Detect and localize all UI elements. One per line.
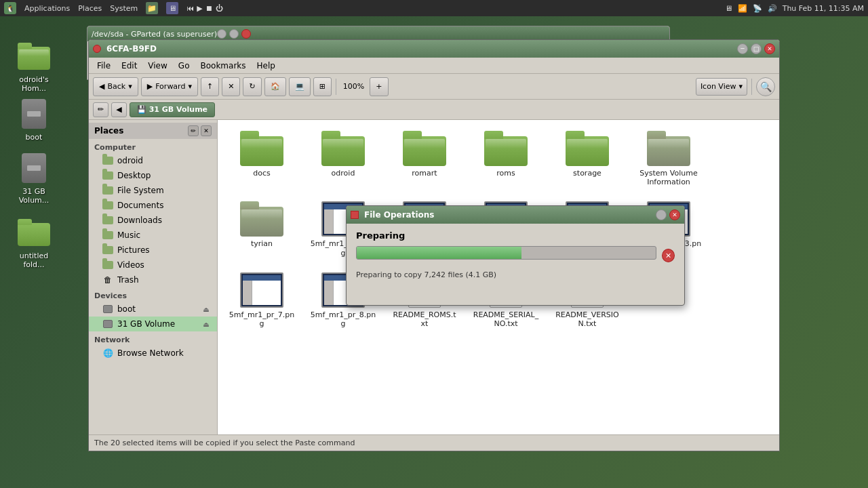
- sidebar-item-31gb[interactable]: 31 GB Volume ⏏: [89, 317, 217, 331]
- fm-statusbar: The 20 selected items will be copied if …: [89, 434, 779, 451]
- fm-window-controls: ─ □ ✕: [737, 43, 775, 54]
- forward-button[interactable]: ▶ Forward ▾: [141, 77, 198, 96]
- sidebar-item-trash[interactable]: 🗑 Trash: [89, 272, 217, 287]
- desktop-icon-home[interactable]: odroid's Hom...: [7, 37, 61, 96]
- home-button[interactable]: 🏠: [264, 77, 286, 96]
- file-item-romart[interactable]: romart: [387, 127, 462, 190]
- fm-titlebar: 6CFA-B9FD ─ □ ✕: [89, 40, 779, 58]
- menu-bookmarks[interactable]: Bookmarks: [195, 60, 251, 72]
- refresh-button[interactable]: ↻: [243, 77, 261, 96]
- dialog-close-btn[interactable]: ✕: [669, 209, 680, 220]
- progress-row: ✕: [356, 246, 675, 265]
- back-button[interactable]: ◀ Back ▾: [93, 77, 138, 96]
- view-selector[interactable]: Icon View ▾: [696, 78, 747, 96]
- file-item-docs[interactable]: docs: [224, 127, 299, 190]
- sidebar-label-pictures: Pictures: [117, 245, 150, 255]
- file-item-storage[interactable]: storage: [550, 127, 625, 190]
- location-back-btn[interactable]: ◀: [111, 102, 126, 117]
- split-icon: ⊞: [319, 82, 326, 91]
- location-edit-icon: ✏: [98, 105, 104, 114]
- fm-toolbar: ◀ Back ▾ ▶ Forward ▾ ↑ ✕ ↻ 🏠 💻 ⊞ 100%: [89, 74, 779, 100]
- menu-file[interactable]: File: [92, 60, 116, 72]
- zoom-in-btn[interactable]: +: [370, 77, 388, 96]
- sidebar-item-videos[interactable]: Videos: [89, 258, 217, 272]
- zoom-level: 100%: [340, 81, 367, 92]
- search-button[interactable]: 🔍: [756, 77, 775, 96]
- media-play[interactable]: ▶: [197, 4, 202, 13]
- gparted-close-btn[interactable]: [241, 29, 251, 39]
- storage-label: storage: [573, 169, 601, 178]
- up-button[interactable]: ↑: [201, 77, 219, 96]
- menu-edit[interactable]: Edit: [116, 60, 142, 72]
- back-label: Back: [107, 82, 125, 91]
- file-item-roms[interactable]: roms: [469, 127, 543, 190]
- dialog-minimize-btn[interactable]: [656, 209, 667, 220]
- fm-maximize-btn[interactable]: □: [751, 43, 762, 54]
- fm-close-btn[interactable]: ✕: [764, 43, 775, 54]
- dialog-titlebar: File Operations ✕: [347, 206, 684, 224]
- media-stop[interactable]: ⏹: [205, 4, 213, 13]
- refresh-icon: ↻: [249, 82, 255, 91]
- taskbar-system[interactable]: System: [110, 4, 138, 13]
- desktop-icon-untitled[interactable]: untitled fold...: [7, 214, 61, 272]
- volume-device-icon: [18, 152, 50, 184]
- sidebar-item-downloads[interactable]: Downloads: [89, 213, 217, 228]
- taskbar-places[interactable]: Places: [78, 4, 102, 13]
- gparted-title: /dev/sda - GParted (as superuser): [92, 30, 217, 39]
- dialog-status-text: Preparing to copy 7,242 files (4.1 GB): [356, 270, 496, 279]
- taskbar-screen-icon: 🖥: [725, 4, 732, 13]
- taskbar-app2-icon[interactable]: 🖥: [166, 2, 178, 14]
- file-item-odroid[interactable]: odroid: [306, 127, 380, 190]
- computer-button[interactable]: 💻: [289, 77, 311, 96]
- sidebar-item-browse-network[interactable]: 🌐 Browse Network: [89, 346, 217, 361]
- media-power[interactable]: ⏻: [216, 4, 223, 13]
- volume-eject-btn[interactable]: ⏏: [201, 319, 212, 329]
- desktop-icon-volume[interactable]: 31 GB Volum...: [7, 149, 61, 207]
- toolbar-separator: [336, 79, 336, 95]
- boot-eject-btn[interactable]: ⏏: [201, 304, 212, 314]
- fm-minimize-btn[interactable]: ─: [737, 43, 748, 54]
- location-back-icon: ◀: [116, 105, 121, 114]
- taskbar-media-controls: ⏮ ▶ ⏹ ⏻: [186, 4, 222, 13]
- sidebar-item-boot[interactable]: boot ⏏: [89, 302, 217, 317]
- desktop-icon-boot[interactable]: boot: [7, 95, 61, 144]
- sidebar-label-videos: Videos: [117, 260, 144, 270]
- sidebar-item-music[interactable]: Music: [89, 228, 217, 243]
- location-crumb[interactable]: 💾 31 GB Volume: [130, 102, 215, 117]
- readme-roms-label: README_ROMS.txt: [391, 310, 458, 328]
- gparted-maximize-btn[interactable]: [229, 29, 239, 39]
- taskbar-distro-icon[interactable]: 🐧: [4, 2, 16, 14]
- view-dropdown-icon: ▾: [738, 82, 743, 91]
- dialog-titlebar-content: File Operations: [351, 210, 434, 220]
- media-rewind[interactable]: ⏮: [186, 4, 194, 13]
- untitled-folder-icon: [18, 216, 50, 249]
- sidebar-label-desktop: Desktop: [117, 171, 151, 180]
- desktop-icon-boot-label: boot: [26, 133, 43, 142]
- file-ops-dialog: File Operations ✕ Preparing ✕ Preparing …: [346, 205, 685, 306]
- sidebar-close-btn[interactable]: ✕: [201, 125, 212, 136]
- desktop-icon-untitled-label: untitled fold...: [9, 251, 58, 269]
- location-edit-btn[interactable]: ✏: [93, 102, 108, 117]
- menu-help[interactable]: Help: [252, 60, 281, 72]
- dialog-cancel-btn[interactable]: ✕: [662, 249, 675, 262]
- file-item-tyrian[interactable]: tyrian: [224, 197, 299, 261]
- menu-view[interactable]: View: [142, 60, 172, 72]
- sidebar-edit-btn[interactable]: ✏: [188, 125, 199, 136]
- sidebar-item-documents[interactable]: Documents: [89, 198, 217, 213]
- romart-label: romart: [412, 169, 437, 178]
- filesystem-folder-icon: [102, 185, 113, 196]
- sidebar-item-odroid[interactable]: odroid: [89, 153, 217, 168]
- stop-button[interactable]: ✕: [222, 77, 240, 96]
- file-item-sysvolinfo[interactable]: System Volume Information: [631, 127, 706, 190]
- split-button[interactable]: ⊞: [313, 77, 332, 96]
- sidebar-item-desktop[interactable]: Desktop: [89, 168, 217, 183]
- taskbar-applications[interactable]: Applications: [24, 4, 70, 13]
- sidebar-item-filesystem[interactable]: File System: [89, 183, 217, 198]
- file-item-5mf7[interactable]: 5mf_mr1_pr_7.png: [224, 268, 299, 332]
- gparted-minimize-btn[interactable]: [217, 29, 226, 39]
- boot-device-icon: [18, 98, 50, 130]
- sidebar-item-pictures[interactable]: Pictures: [89, 243, 217, 258]
- taskbar-file-icon[interactable]: 📁: [146, 2, 158, 14]
- menu-go[interactable]: Go: [173, 60, 195, 72]
- gparted-window-controls: [217, 29, 251, 39]
